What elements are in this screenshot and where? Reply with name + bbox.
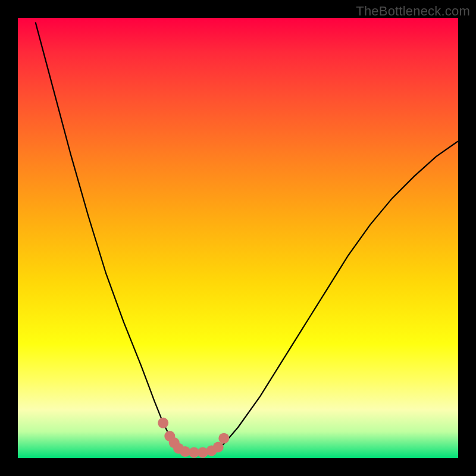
marker-dot xyxy=(158,418,168,428)
marker-dot xyxy=(213,442,224,453)
curve-left-branch xyxy=(36,22,179,449)
plot-area xyxy=(18,18,458,458)
watermark-text: TheBottleneck.com xyxy=(356,4,470,19)
chart-container: TheBottleneck.com xyxy=(0,0,476,476)
curve-right-branch xyxy=(225,141,458,443)
flat-region-markers xyxy=(158,418,229,458)
marker-dot xyxy=(218,433,229,444)
marker-dot xyxy=(198,447,208,458)
curve-layer xyxy=(18,18,458,458)
